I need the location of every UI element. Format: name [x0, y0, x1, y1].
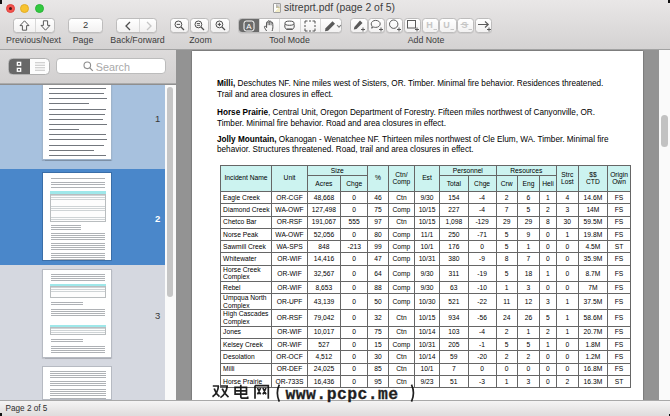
svg-text:U: U	[444, 20, 451, 30]
svg-text:H: H	[426, 20, 433, 30]
svg-text:www.pcpc.me: www.pcpc.me	[286, 385, 399, 404]
svg-text:A: A	[246, 21, 252, 30]
